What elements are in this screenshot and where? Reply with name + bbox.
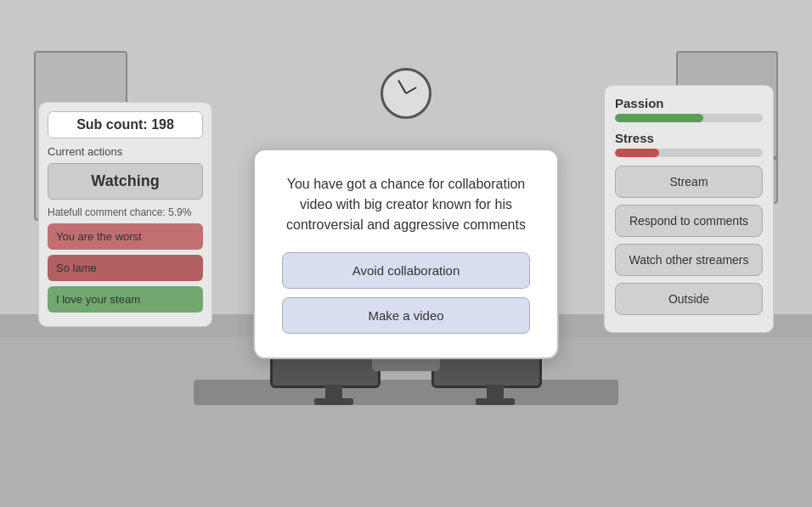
- modal-overlay: You have got a chance for collaboration …: [0, 0, 812, 507]
- modal-text: You have got a chance for collaboration …: [282, 174, 530, 235]
- modal-box: You have got a chance for collaboration …: [253, 149, 559, 359]
- avoid-collaboration-button[interactable]: Avoid collaboration: [282, 252, 530, 289]
- make-video-button[interactable]: Make a video: [282, 297, 530, 334]
